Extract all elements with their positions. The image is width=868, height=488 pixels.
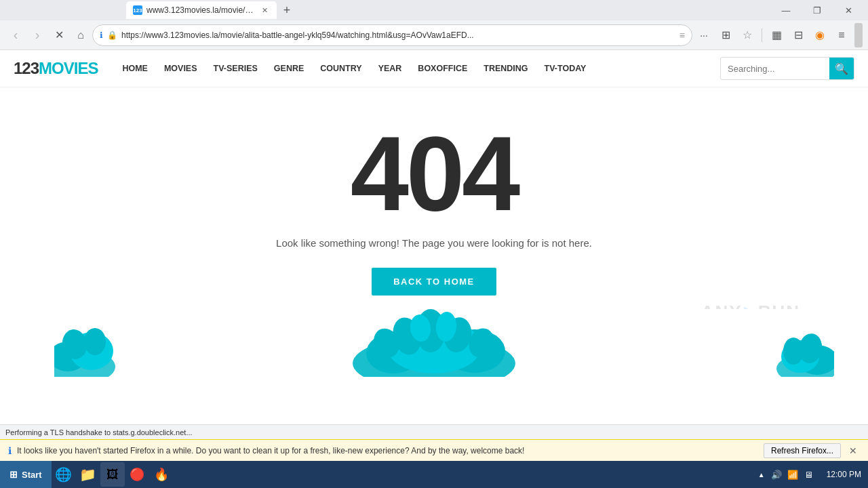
- synced-tabs-button[interactable]: ⊟: [788, 25, 808, 45]
- more-button[interactable]: ···: [694, 25, 714, 45]
- nav-item-movies[interactable]: MOVIES: [156, 50, 205, 87]
- tab-label: www3.123movies.la/movie/alita-b...: [146, 5, 255, 15]
- clock: 12:00 PM: [820, 470, 868, 479]
- error-message: Look like something wrong! The page you …: [276, 237, 592, 249]
- error-code: 404: [351, 121, 518, 226]
- search-button[interactable]: 🔍: [829, 57, 854, 80]
- restore-button[interactable]: ❐: [802, 0, 833, 20]
- forward-button[interactable]: ›: [27, 25, 47, 45]
- website-content: 123MOVIES HOME MOVIES TV-SERIES GENRE CO…: [0, 50, 868, 424]
- library-button[interactable]: ▦: [766, 25, 787, 45]
- nav-item-year[interactable]: YEAR: [370, 50, 410, 87]
- svg-point-20: [783, 338, 804, 365]
- nav-item-tv-today[interactable]: TV-TODAY: [536, 50, 595, 87]
- address-text: https://www3.123movies.la/movie/alita-ba…: [121, 30, 675, 40]
- monster-right: [766, 329, 834, 377]
- nav-bar: ‹ › ✕ ⌂ ℹ 🔒 https://www3.123movies.la/mo…: [0, 20, 868, 50]
- monster-left: [54, 323, 136, 377]
- info-icon: ℹ: [100, 30, 103, 40]
- tray-network-icon[interactable]: 📶: [786, 468, 800, 481]
- pocket-button[interactable]: ⊞: [715, 25, 736, 45]
- taskbar: ⊞ Start 🌐 📁 🖼 🔴 🔥 ▲ 🔊 📶 🖥 12:00 PM: [0, 461, 868, 488]
- minimize-button[interactable]: —: [770, 0, 802, 20]
- notification-bar: ℹ It looks like you haven't started Fire…: [0, 439, 868, 461]
- status-text: Performing a TLS handshake to stats.g.do…: [5, 428, 193, 436]
- taskbar-icon-avast[interactable]: 🔴: [125, 462, 149, 487]
- nav-item-genre[interactable]: GENRE: [266, 50, 312, 87]
- windows-icon: ⊞: [9, 469, 18, 480]
- title-bar: 123 www3.123movies.la/movie/alita-b... ✕…: [0, 0, 868, 20]
- lock-icon: 🔒: [107, 30, 117, 40]
- back-to-home-button[interactable]: BACK TO HOME: [372, 268, 496, 296]
- nav-item-home[interactable]: HOME: [114, 50, 156, 87]
- tray-arrow[interactable]: ▲: [756, 468, 767, 481]
- tab-favicon: 123: [133, 5, 142, 15]
- tab[interactable]: 123 www3.123movies.la/movie/alita-b... ✕: [126, 1, 277, 19]
- notification-icon: ℹ: [8, 445, 12, 456]
- notification-text: It looks like you haven't started Firefo…: [17, 446, 758, 455]
- menu-button[interactable]: ≡: [831, 25, 852, 45]
- tab-close-icon[interactable]: ✕: [259, 5, 270, 16]
- taskbar-tray: ▲ 🔊 📶 🖥: [752, 468, 820, 481]
- reload-button[interactable]: ✕: [49, 25, 69, 45]
- svg-point-15: [84, 328, 106, 355]
- home-button[interactable]: ⌂: [71, 25, 91, 45]
- site-header: 123MOVIES HOME MOVIES TV-SERIES GENRE CO…: [0, 50, 868, 87]
- site-nav: HOME MOVIES TV-SERIES GENRE COUNTRY YEAR…: [114, 50, 720, 87]
- taskbar-icon-folder[interactable]: 📁: [76, 462, 100, 487]
- nav-item-trending[interactable]: TRENDING: [475, 50, 536, 87]
- back-button[interactable]: ‹: [5, 25, 26, 45]
- search-box: 🔍: [720, 57, 854, 80]
- nav-item-boxoffice[interactable]: BOXOFFICE: [410, 50, 475, 87]
- taskbar-icon-ie[interactable]: 🌐: [52, 462, 76, 487]
- tray-display-icon[interactable]: 🖥: [802, 468, 816, 481]
- bookmark-button[interactable]: ☆: [737, 25, 757, 45]
- monster-center: [326, 309, 542, 377]
- taskbar-icon-explorer[interactable]: 🖼: [100, 462, 125, 487]
- nav-item-country[interactable]: COUNTRY: [312, 50, 370, 87]
- scrollbar-thumb[interactable]: [854, 23, 863, 47]
- status-bar: Performing a TLS handshake to stats.g.do…: [0, 424, 868, 439]
- browser-window: 123 www3.123movies.la/movie/alita-b... ✕…: [0, 0, 868, 488]
- start-label: Start: [22, 470, 42, 480]
- close-button[interactable]: ✕: [833, 0, 864, 20]
- title-bar-controls: — ❐ ✕: [770, 0, 864, 20]
- error-page: 404 Look like something wrong! The page …: [0, 87, 868, 309]
- firefox-button[interactable]: ◉: [810, 25, 830, 45]
- taskbar-icon-firefox[interactable]: 🔥: [149, 462, 174, 487]
- address-bar[interactable]: ℹ 🔒 https://www3.123movies.la/movie/alit…: [92, 24, 692, 46]
- tray-volume-icon[interactable]: 🔊: [770, 468, 783, 481]
- reader-icon[interactable]: ≡: [679, 30, 685, 41]
- site-logo[interactable]: 123MOVIES: [14, 59, 98, 78]
- nav-item-tv-series[interactable]: TV-SERIES: [205, 50, 266, 87]
- new-tab-button[interactable]: +: [277, 1, 297, 20]
- search-input[interactable]: [721, 64, 829, 74]
- nav-right-buttons: ··· ⊞ ☆ ▦ ⊟ ◉ ≡: [694, 25, 852, 45]
- start-button[interactable]: ⊞ Start: [0, 461, 52, 488]
- refresh-firefox-button[interactable]: Refresh Firefox...: [764, 443, 841, 458]
- monster-area: [0, 309, 868, 377]
- notification-close-icon[interactable]: ✕: [846, 444, 860, 458]
